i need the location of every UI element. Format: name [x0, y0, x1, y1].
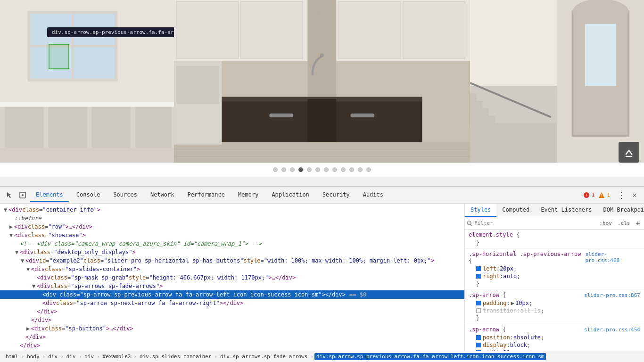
- style-checkbox[interactable]: [476, 274, 481, 279]
- style-rule: right: auto;: [469, 272, 640, 280]
- styles-content[interactable]: element.style { } .sp-horizontal .sp-pre…: [465, 230, 644, 351]
- dom-line[interactable]: <!-- this is for the desktop_only_displa…: [0, 350, 464, 351]
- scroll-top-button[interactable]: [619, 142, 639, 163]
- dot-4[interactable]: [307, 167, 312, 172]
- inspect-icon[interactable]: [17, 189, 28, 201]
- svg-rect-6: [0, 102, 174, 107]
- gallery-image-center: [174, 0, 470, 163]
- breadcrumb-example2[interactable]: #example2: [101, 353, 133, 360]
- tab-dom-breakpoints[interactable]: DOM Breakpoints: [598, 204, 644, 217]
- error-badge: ! 1: [583, 192, 595, 198]
- dom-line[interactable]: ▶ <div class="sp-buttons">…</div>: [0, 324, 464, 333]
- elements-panel[interactable]: ▼ <div class="container info"> ::before …: [0, 204, 465, 351]
- dom-line[interactable]: </div>: [0, 333, 464, 341]
- filter-cls-button[interactable]: .cls: [616, 220, 632, 227]
- style-selector: .sp-arrow { slider-pro.css:867: [469, 292, 640, 298]
- breadcrumb-sp-arrows[interactable]: div.sp-arrows.sp-fade-arrows: [218, 353, 309, 360]
- carousel-dots: [0, 163, 644, 177]
- style-checkbox-unchecked[interactable]: [476, 308, 481, 313]
- tab-computed[interactable]: Computed: [496, 204, 535, 217]
- svg-rect-22: [270, 114, 294, 117]
- filter-hov-button[interactable]: :hov: [597, 220, 614, 227]
- warn-badge: ! 1: [598, 192, 610, 198]
- dom-line[interactable]: ▼ <div class="sp-arrows sp-fade-arrows">: [0, 282, 464, 290]
- dot-10[interactable]: [358, 167, 363, 172]
- dot-6[interactable]: [324, 167, 329, 172]
- breadcrumb-bar: html › body › div › div › div › #example…: [0, 351, 644, 362]
- dom-line[interactable]: ▼ <div id="example2" class="slider-pro s…: [0, 256, 464, 265]
- dot-3[interactable]: [298, 167, 303, 172]
- style-section-sp-horizontal: .sp-horizontal .sp-previous-arrow { slid…: [465, 249, 644, 290]
- tab-sources[interactable]: Sources: [107, 189, 143, 202]
- tab-security[interactable]: Security: [317, 189, 355, 202]
- breadcrumb-html[interactable]: html: [4, 353, 20, 360]
- svg-text:!: !: [585, 193, 587, 198]
- close-devtools-button[interactable]: ✕: [629, 189, 640, 201]
- dom-line[interactable]: </div>: [0, 307, 464, 316]
- dom-line[interactable]: ▼ <div class="showcase">: [0, 231, 464, 239]
- breadcrumb-body[interactable]: body: [25, 353, 41, 360]
- tooltip-selector: div.sp-arrow.sp-previous-arrow.fa.fa-arr…: [52, 29, 174, 35]
- dot-8[interactable]: [341, 167, 346, 172]
- style-checkbox[interactable]: [476, 266, 481, 271]
- tab-elements[interactable]: Elements: [30, 189, 69, 202]
- dom-line[interactable]: ▼ <div class="container info">: [0, 206, 464, 214]
- breadcrumb-div-3[interactable]: div: [83, 353, 96, 360]
- tab-memory[interactable]: Memory: [232, 189, 264, 202]
- style-checkbox[interactable]: [476, 343, 481, 347]
- dom-line[interactable]: <!-- <div class="camera_wrap camera_azur…: [0, 239, 464, 248]
- style-selector: .sp-arrow { slider-pro.css:454: [469, 326, 640, 333]
- tab-performance[interactable]: Performance: [182, 189, 231, 202]
- dom-line[interactable]: <div class="sp-mask sp-grab" style="heig…: [0, 273, 464, 282]
- styles-filter-input[interactable]: [474, 220, 595, 226]
- tab-console[interactable]: Console: [71, 189, 106, 202]
- style-rule: padding:▶10px;: [469, 299, 640, 307]
- tab-event-listeners[interactable]: Event Listeners: [535, 204, 597, 217]
- dom-line[interactable]: <div class="sp-arrow sp-next-arrow fa fa…: [0, 299, 464, 307]
- breadcrumb-sp-slides-container[interactable]: div.sp-slides-container: [138, 353, 213, 360]
- svg-rect-29: [176, 66, 219, 104]
- cursor-icon[interactable]: [4, 189, 15, 201]
- style-checkbox[interactable]: [476, 301, 481, 305]
- tab-styles[interactable]: Styles: [465, 204, 496, 217]
- style-file-link[interactable]: slider-pro.css:468: [585, 251, 640, 263]
- dot-7[interactable]: [332, 167, 337, 172]
- svg-rect-11: [0, 148, 174, 163]
- dom-line[interactable]: ▼ <div class="sp-slides-container">: [0, 265, 464, 273]
- dom-line-selected[interactable]: <div class="sp-arrow sp-previous-arrow f…: [0, 290, 464, 299]
- tab-audits[interactable]: Audits: [357, 189, 389, 202]
- style-file-link[interactable]: slider-pro.css:454: [584, 327, 640, 333]
- dot-5[interactable]: [315, 167, 320, 172]
- styles-tabs: Styles Computed Event Listeners DOM Brea…: [465, 204, 644, 217]
- element-tooltip: div.sp-arrow.sp-previous-arrow.fa.fa-arr…: [47, 27, 174, 37]
- dot-2[interactable]: [290, 167, 295, 172]
- svg-rect-39: [495, 116, 557, 123]
- devtools-panel: Elements Console Sources Network Perform…: [0, 186, 644, 362]
- filter-add-button[interactable]: +: [634, 218, 642, 228]
- style-file-link[interactable]: slider-pro.css:867: [584, 292, 640, 298]
- style-checkbox[interactable]: [476, 335, 481, 340]
- tab-application[interactable]: Application: [266, 189, 314, 202]
- dom-line[interactable]: </div>: [0, 316, 464, 324]
- tab-network[interactable]: Network: [145, 189, 180, 202]
- breadcrumb-sp-arrow-selected[interactable]: div.sp-arrow.sp-previous-arrow.fa.fa-arr…: [314, 353, 546, 360]
- style-rule: }: [469, 314, 640, 322]
- breadcrumb-div-2[interactable]: div: [65, 353, 78, 360]
- styles-filter-bar: :hov .cls +: [465, 217, 644, 230]
- dom-line[interactable]: ▶ <div class="row">…</div>: [0, 222, 464, 231]
- more-options-button[interactable]: ⋮: [616, 189, 627, 201]
- dom-line[interactable]: ▼ <div class="desktop_only_displays">: [0, 248, 464, 256]
- devtools-toolbar: Elements Console Sources Network Perform…: [0, 187, 644, 204]
- dom-line[interactable]: </div>: [0, 341, 464, 350]
- svg-rect-17: [339, 1, 401, 58]
- image-gallery: div.sp-arrow.sp-previous-arrow.fa.fa-arr…: [0, 0, 644, 163]
- dot-1[interactable]: [281, 167, 286, 172]
- style-rule: }: [469, 239, 640, 247]
- svg-text:!: !: [601, 194, 603, 198]
- dot-11[interactable]: [366, 167, 371, 172]
- dot-0[interactable]: [273, 167, 278, 172]
- breadcrumb-div-1[interactable]: div: [46, 353, 59, 360]
- dot-9[interactable]: [349, 167, 354, 172]
- style-selector: .sp-horizontal .sp-previous-arrow { slid…: [469, 251, 640, 264]
- dom-line[interactable]: ::before: [0, 214, 464, 222]
